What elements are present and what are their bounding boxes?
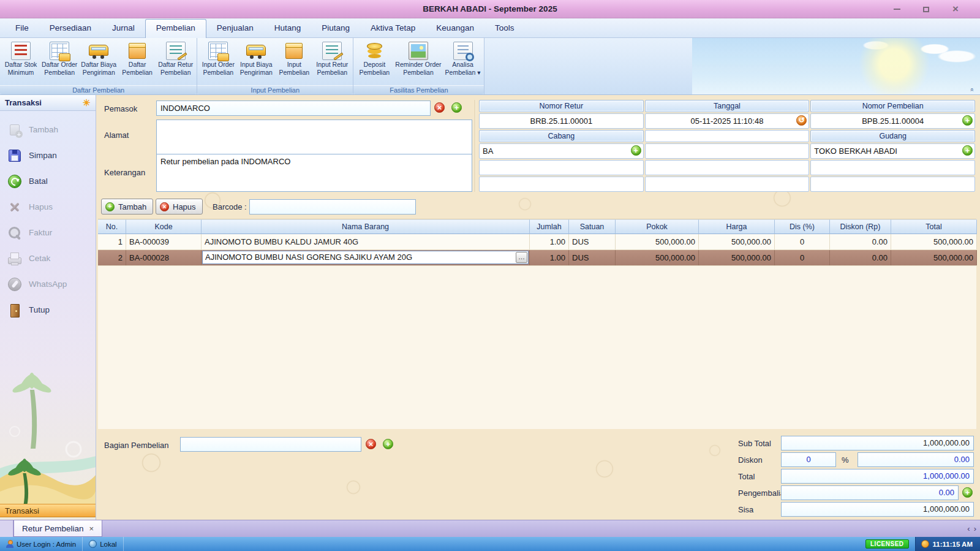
pick-pembelian-button[interactable] — [962, 115, 973, 126]
connection-mode-status: Lokal — [83, 537, 124, 551]
pengembalian-input[interactable]: 0.00 — [781, 485, 959, 500]
nomor-retur-text: BRB.25.11.00001 — [530, 116, 592, 126]
pick-cabang-button[interactable] — [631, 145, 641, 156]
simpan-icon-detail — [12, 150, 17, 154]
column-header-diskon-rp[interactable]: Diskon (Rp) — [830, 219, 891, 234]
column-header-harga[interactable]: Harga — [699, 219, 775, 234]
sidebar-button-faktur: Faktur — [7, 225, 96, 240]
menu-item-tools[interactable]: Tools — [484, 20, 525, 37]
ribbon-button-input-biaya-pengiriman[interactable]: Input BiayaPengiriman — [237, 40, 275, 76]
ribbon-groups: Daftar StokMinimumDaftar OrderPembelianD… — [0, 38, 484, 94]
keterangan-input[interactable]: Retur pembelian pada INDOMARCO — [156, 154, 472, 192]
column-header-dis[interactable]: Dis (%) — [775, 219, 830, 234]
menu-item-aktiva-tetap[interactable]: Aktiva Tetap — [360, 20, 426, 37]
nama-barang-editor[interactable]: AJINOMOTO BUMBU NASI GORENG SAJIKU AYAM … — [202, 251, 529, 264]
ribbon-group-caption: Daftar Pembelian — [0, 85, 197, 94]
ribbon-button-daftar-biaya-pengiriman[interactable]: Daftar BiayaPengiriman — [79, 40, 118, 76]
cell-kode: BA-000039 — [126, 234, 202, 249]
tab-retur-pembelian[interactable]: Retur Pembelian — [13, 520, 102, 537]
menu-item-persediaan[interactable]: Persediaan — [39, 20, 102, 37]
add-item-button[interactable]: Tambah — [101, 199, 153, 215]
tambah-icon — [7, 123, 22, 137]
ribbon-group-fasilitas-pembelian: DepositPembelianReminder OrderPembelianA… — [353, 38, 484, 94]
add-pengembalian-button[interactable] — [962, 487, 973, 498]
column-header-kode[interactable]: Kode — [126, 219, 202, 234]
blank-cell — [810, 177, 975, 192]
sidebar-button-tutup[interactable]: Tutup — [7, 302, 96, 317]
pick-gudang-button[interactable] — [962, 145, 973, 156]
ribbon-button-reminder-order-pembelian[interactable]: Reminder OrderPembelian — [393, 40, 443, 76]
bagian-pembelian-input[interactable] — [180, 437, 361, 452]
ribbon-button-input-order-pembelian[interactable]: Input OrderPembelian — [199, 40, 237, 76]
close-button[interactable] — [948, 4, 963, 15]
tab-scroll-right-icon[interactable]: › — [974, 524, 976, 533]
diskon-pct-input[interactable]: 0 — [781, 452, 836, 467]
collapse-ribbon-icon[interactable] — [969, 88, 976, 92]
ribbon-button-daftar-retur-pembelian[interactable]: Daftar ReturPembelian — [156, 40, 195, 76]
ribbon-button-label: Daftar Retur — [158, 61, 193, 68]
blank-cell — [645, 143, 810, 159]
clear-pemasok-button[interactable] — [434, 102, 445, 113]
barcode-input[interactable] — [249, 199, 416, 215]
table-body: 1BA-000039AJINOMOTO BUMBU KALDU JAMUR 40… — [98, 234, 976, 266]
menu-item-pembelian[interactable]: Pembelian — [145, 19, 206, 38]
clear-bagian-button[interactable] — [366, 439, 376, 449]
sidebar-button-label: Tutup — [29, 305, 50, 314]
ribbon-button-deposit-pembelian[interactable]: DepositPembelian — [355, 40, 393, 76]
blank-cell — [645, 130, 810, 142]
ribbon-button-daftar-pembelian[interactable]: DaftarPembelian — [118, 40, 156, 76]
table-row[interactable]: 2BA-000028AJINOMOTO BUMBU NASI GORENG SA… — [98, 250, 976, 266]
sidebar-footer-bar[interactable]: Transaksi — [0, 504, 96, 517]
reset-date-button[interactable] — [796, 115, 807, 126]
tab-scroll-left-icon[interactable]: ‹ — [967, 524, 970, 533]
column-header-no[interactable]: No. — [98, 219, 126, 234]
cell-kode: BA-000028 — [126, 250, 202, 265]
tab-close-icon[interactable] — [89, 525, 94, 533]
ribbon-button-daftar-stok-minimum[interactable]: Daftar StokMinimum — [2, 40, 40, 76]
gudang-value[interactable]: TOKO BERKAH ABADI — [810, 143, 975, 159]
ribbon-button-input-retur-pembelian[interactable]: Input ReturPembelian — [313, 40, 351, 76]
tanggal-value[interactable]: 05-11-2025 11:10:48 — [645, 113, 810, 129]
table-row[interactable]: 1BA-000039AJINOMOTO BUMBU KALDU JAMUR 40… — [98, 234, 976, 250]
gudang-text: TOKO BERKAH ABADI — [814, 146, 897, 156]
doc-pencil-icon-detail — [177, 52, 187, 60]
column-header-jumlah[interactable]: Jumlah — [530, 219, 569, 234]
menu-item-piutang[interactable]: Piutang — [311, 20, 360, 37]
cell-diskon: 0.00 — [830, 250, 891, 265]
alamat-input[interactable] — [156, 120, 472, 154]
menu-item-hutang[interactable]: Hutang — [264, 20, 312, 37]
column-header-total[interactable]: Total — [891, 219, 977, 234]
box-icon — [284, 42, 304, 60]
ribbon-button-analisa-pembelian[interactable]: AnalisaPembelian ▾ — [443, 40, 483, 76]
tutup-icon — [7, 303, 22, 317]
menu-item-keuangan[interactable]: Keuangan — [426, 20, 484, 37]
sidebar-button-simpan[interactable]: Simpan — [7, 148, 96, 163]
truck-icon-detail — [249, 47, 263, 50]
sun-icon — [83, 98, 91, 107]
box-icon-detail — [129, 43, 146, 48]
delete-item-label: Hapus — [173, 202, 196, 211]
doc-pencil-icon — [322, 42, 342, 60]
pemasok-input[interactable] — [156, 101, 431, 116]
column-header-pokok[interactable]: Pokok — [616, 219, 699, 234]
ellipsis-button[interactable] — [516, 252, 527, 263]
menu-item-file[interactable]: File — [5, 20, 39, 37]
menu-item-penjualan[interactable]: Penjualan — [206, 20, 264, 37]
add-bagian-button[interactable] — [383, 439, 393, 449]
cabang-value[interactable]: BA — [479, 143, 644, 159]
column-header-nama-barang[interactable]: Nama Barang — [202, 219, 530, 234]
restore-button[interactable] — [919, 4, 933, 15]
app-window: BERKAH ABADI - September 2025 FilePersed… — [0, 0, 980, 551]
sidebar-button-batal[interactable]: Batal — [7, 173, 96, 189]
delete-item-button[interactable]: Hapus — [156, 199, 203, 215]
user-login-text: User Login : Admin — [17, 541, 76, 548]
menu-item-jurnal[interactable]: Jurnal — [102, 20, 145, 37]
ribbon-button-input-pembelian[interactable]: InputPembelian — [275, 40, 313, 76]
nomor-pembelian-value[interactable]: BPB.25.11.00004 — [810, 113, 975, 129]
nomor-retur-value[interactable]: BRB.25.11.00001 — [479, 113, 644, 129]
ribbon-button-daftar-order-pembelian[interactable]: Daftar OrderPembelian — [40, 40, 79, 76]
column-header-satuan[interactable]: Satuan — [569, 219, 616, 234]
ribbon-button-label: Daftar — [129, 61, 146, 68]
add-pemasok-button[interactable] — [451, 102, 462, 113]
minimize-button[interactable] — [889, 4, 904, 15]
